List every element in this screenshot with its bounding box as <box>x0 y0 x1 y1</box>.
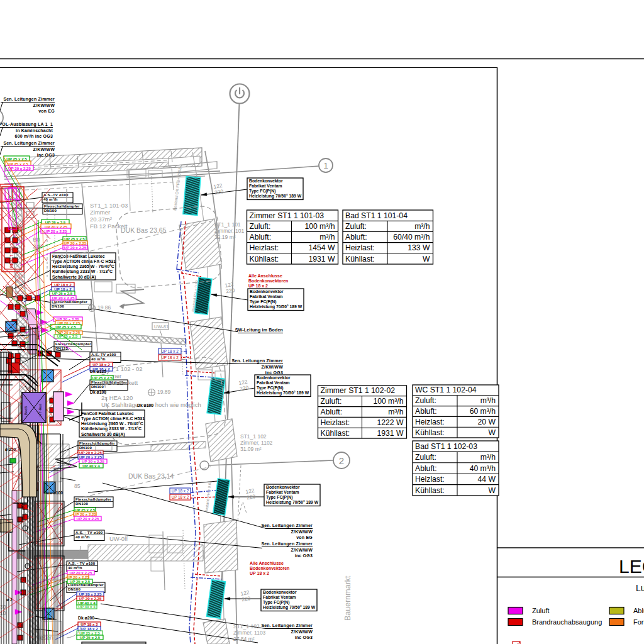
svg-text:40 m³/h: 40 m³/h <box>43 197 58 201</box>
svg-text:220: 220 <box>241 595 251 602</box>
svg-text:220: 220 <box>225 287 235 294</box>
svg-text:EG-M: EG-M <box>59 514 65 527</box>
svg-text:m³/h: m³/h <box>414 222 430 231</box>
svg-text:Heizlast:: Heizlast: <box>321 418 350 427</box>
svg-text:Z/KW/WW: Z/KW/WW <box>291 630 313 634</box>
svg-text:von EG: von EG <box>38 109 55 113</box>
svg-text:UP 20 x 2.25: UP 20 x 2.25 <box>44 229 67 233</box>
svg-text:Fortluft: Fortluft <box>633 618 644 626</box>
svg-text:Kühlleistung 2333 W - 7/13°C: Kühlleistung 2333 W - 7/13°C <box>52 269 113 274</box>
svg-text:Brandrauchabsaugung: Brandrauchabsaugung <box>532 618 602 626</box>
svg-text:m³/h: m³/h <box>388 408 403 416</box>
svg-text:Abluft:: Abluft: <box>250 233 272 242</box>
svg-text:UP 25 x 2.5: UP 25 x 2.5 <box>57 334 78 338</box>
svg-text:Heizleistung 70/50° 189 W: Heizleistung 70/50° 189 W <box>250 304 303 309</box>
svg-text:DN100: DN100 <box>68 587 80 591</box>
svg-text:Dk ø125: Dk ø125 <box>90 369 106 374</box>
svg-text:Zimmer, 1102: Zimmer, 1102 <box>240 440 273 446</box>
svg-text:Abluft:: Abluft: <box>415 407 437 416</box>
svg-text:220: 220 <box>246 493 256 501</box>
svg-text:27.84 m²: 27.84 m² <box>233 636 255 642</box>
svg-text:Heizleistung 70/50° 189 W: Heizleistung 70/50° 189 W <box>257 391 309 396</box>
svg-text:133 W: 133 W <box>408 243 430 252</box>
svg-text:UP 20 x 2.25: UP 20 x 2.25 <box>64 241 87 245</box>
svg-text:1454 W: 1454 W <box>308 243 335 252</box>
svg-text:W: W <box>488 428 496 437</box>
svg-text:31.09 m²: 31.09 m² <box>240 446 262 452</box>
svg-text:UP 25 x 2.5: UP 25 x 2.5 <box>92 375 113 380</box>
svg-text:Fabrikat Ventam: Fabrikat Ventam <box>250 294 283 299</box>
svg-text:Flexschalldampfer: Flexschalldampfer <box>44 204 80 208</box>
svg-text:UP 25 x 2.5: UP 25 x 2.5 <box>70 579 91 584</box>
svg-text:UP 20 x 2.25: UP 20 x 2.25 <box>79 455 103 459</box>
svg-text:Sen. Leitungen Zimmer: Sen. Leitungen Zimmer <box>3 97 55 102</box>
svg-text:Bodenkonvektor: Bodenkonvektor <box>266 485 300 489</box>
svg-text:FanCoil Fabrikat Lukotec: FanCoil Fabrikat Lukotec <box>52 254 105 258</box>
svg-text:UP 20 x 2.25: UP 20 x 2.25 <box>64 245 87 250</box>
svg-text:Type FC(P(N): Type FC(P(N) <box>257 386 284 391</box>
svg-text:20 W: 20 W <box>478 418 496 426</box>
svg-text:HT-Reil: HT-Reil <box>38 404 42 416</box>
svg-text:60 m³/h: 60 m³/h <box>470 407 496 416</box>
svg-text:40 m³/h: 40 m³/h <box>470 464 496 473</box>
svg-text:Dk ø100: Dk ø100 <box>137 403 153 408</box>
svg-text:UP 18 x 2: UP 18 x 2 <box>161 349 179 353</box>
svg-text:inc OG3: inc OG3 <box>295 553 313 558</box>
svg-text:Type ACTION clima FX-C H531: Type ACTION clima FX-C H531 <box>52 259 116 264</box>
svg-text:UP 18 x 2: UP 18 x 2 <box>80 622 98 626</box>
svg-text:m³/h: m³/h <box>319 233 335 242</box>
svg-text:Type FC(P(N): Type FC(P(N) <box>266 495 293 500</box>
svg-text:W: W <box>423 255 430 264</box>
svg-text:Z/KW/WW: Z/KW/WW <box>262 365 284 369</box>
svg-text:Heizleistung 2365 W - 70/40°C: Heizleistung 2365 W - 70/40°C <box>52 264 114 269</box>
svg-text:19.89: 19.89 <box>157 389 171 395</box>
svg-text:ST1_1 101-03: ST1_1 101-03 <box>90 202 128 209</box>
svg-text:60/40 m³/h: 60/40 m³/h <box>393 233 430 242</box>
svg-text:UP 25 x 2.5: UP 25 x 2.5 <box>52 291 73 296</box>
svg-text:Fabrikat Ventam: Fabrikat Ventam <box>263 595 296 599</box>
svg-text:LEGENDE: LEGENDE <box>619 556 644 577</box>
svg-text:Bad6: Bad6 <box>24 406 28 415</box>
svg-text:A.S. - TV ø100: A.S. - TV ø100 <box>75 530 103 535</box>
svg-text:UP 20 x 2.25: UP 20 x 2.25 <box>76 516 99 521</box>
svg-text:UP 20 x 2.25: UP 20 x 2.25 <box>8 166 31 170</box>
svg-text:Z/KW/WW: Z/KW/WW <box>291 530 313 534</box>
svg-text:2: 2 <box>339 455 344 466</box>
svg-text:UP 20 x 2.25: UP 20 x 2.25 <box>79 592 102 596</box>
svg-text:Type FC(P(N): Type FC(P(N) <box>250 299 277 304</box>
svg-text:Bodenkonvektor: Bodenkonvektor <box>250 289 284 294</box>
svg-text:44 W: 44 W <box>478 475 496 484</box>
svg-text:Kühllast:: Kühllast: <box>250 255 279 264</box>
svg-text:POL-Ausblasung LA 1_1: POL-Ausblasung LA 1_1 <box>0 122 53 127</box>
svg-text:Schallwerte 30 dB(A): Schallwerte 30 dB(A) <box>52 275 96 280</box>
svg-text:Zuluft:: Zuluft: <box>345 222 367 231</box>
svg-text:Zimmer ST1 1 101-03: Zimmer ST1 1 101-03 <box>250 211 325 220</box>
svg-text:Kühllast:: Kühllast: <box>415 428 445 437</box>
svg-text:UP 18 x 2: UP 18 x 2 <box>54 287 72 291</box>
svg-text:UP 18 x 2: UP 18 x 2 <box>54 282 72 287</box>
svg-text:Heizlast:: Heizlast: <box>345 243 375 252</box>
svg-text:Heizleistung 70/50° 189 W: Heizleistung 70/50° 189 W <box>249 194 302 199</box>
svg-text:Z/KW/WW: Z/KW/WW <box>33 103 55 108</box>
svg-text:10: 10 <box>0 610 6 616</box>
svg-text:100 m³/h: 100 m³/h <box>373 397 403 406</box>
svg-text:Zuluft:: Zuluft: <box>415 453 436 462</box>
svg-text:Zimmer: Zimmer <box>90 209 110 216</box>
svg-text:Kühllast:: Kühllast: <box>415 486 445 495</box>
svg-text:600 m³/h inc OG3: 600 m³/h inc OG3 <box>15 134 53 138</box>
svg-text:32.19 m²: 32.19 m² <box>214 234 236 240</box>
svg-text:inc OG3: inc OG3 <box>295 635 313 640</box>
svg-text:1: 1 <box>323 161 328 170</box>
svg-text:ST1_1 102: ST1_1 102 <box>240 433 267 440</box>
svg-text:85: 85 <box>74 483 80 489</box>
svg-text:1931 W: 1931 W <box>377 429 403 438</box>
svg-text:Flexschalldampfer: Flexschalldampfer <box>75 497 111 501</box>
svg-text:Sen. Leitungen Zimmer: Sen. Leitungen Zimmer <box>261 541 313 547</box>
svg-text:Kühllast:: Kühllast: <box>321 429 350 438</box>
svg-text:20.37m²: 20.37m² <box>90 216 112 223</box>
svg-text:Abluft:: Abluft: <box>345 233 367 242</box>
svg-text:Zuluft: Zuluft <box>532 607 550 614</box>
svg-text:Alle Anschlusse: Alle Anschlusse <box>250 561 284 565</box>
svg-text:m³/h: m³/h <box>480 453 496 462</box>
svg-text:UP 18 x 2: UP 18 x 2 <box>172 495 189 499</box>
